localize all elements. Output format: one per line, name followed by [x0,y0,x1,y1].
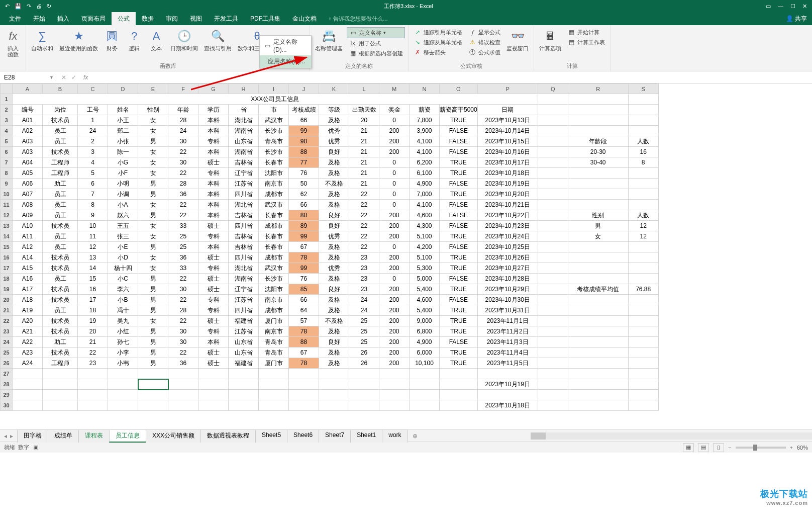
cell-O16[interactable]: TRUE [440,252,478,263]
cell-O21[interactable]: TRUE [440,305,478,316]
cell-H11[interactable]: 湖北省 [229,200,259,210]
cell-N6[interactable]: 4,100 [410,147,440,157]
cell-P10[interactable]: 2023年10月20日 [477,189,538,200]
cell-P15[interactable]: 2023年10月25日 [477,242,538,252]
cell-L14[interactable]: 22 [349,231,379,242]
cell-G23[interactable]: 专科 [198,326,229,337]
cell-O6[interactable]: FALSE [440,147,478,157]
lookup-button[interactable]: 🔍查找与引用 [202,27,234,52]
row-header-24[interactable]: 24 [1,337,13,348]
define-name-button[interactable]: ▭定义名称 ▾ [347,27,405,38]
cell-P25[interactable]: 2023年11月4日 [477,348,538,358]
cell-O11[interactable]: FALSE [440,200,478,210]
cell-P13[interactable]: 2023年10月23日 [477,221,538,231]
cell-H28[interactable] [229,379,259,390]
cell-H30[interactable] [229,400,259,411]
cell-P22[interactable]: 2023年11月1日 [477,316,538,326]
autosum-button[interactable]: ∑自动求和 [29,27,55,52]
cell-E24[interactable]: 男 [138,337,168,348]
cell-Q4[interactable] [538,126,568,136]
cell-B4[interactable]: 员工 [43,126,78,136]
cell-H10[interactable]: 四川省 [229,189,259,200]
cell-K10[interactable]: 及格 [319,189,349,200]
cell-H27[interactable] [229,369,259,379]
cell-C16[interactable]: 13 [78,252,108,263]
cell-R13[interactable]: 男 [568,221,628,231]
cell-O23[interactable]: TRUE [440,326,478,337]
cell-G20[interactable]: 专科 [198,295,229,305]
cell-B22[interactable]: 技术员 [43,316,78,326]
row-header-20[interactable]: 20 [1,295,13,305]
cell-O9[interactable]: FALSE [440,179,478,189]
cell-F22[interactable]: 22 [168,316,198,326]
cell-S7[interactable]: 8 [628,157,658,168]
cell-M29[interactable] [379,390,410,400]
cell-L12[interactable]: 22 [349,210,379,221]
cell-B8[interactable]: 工程师 [43,168,78,179]
cell-L25[interactable]: 26 [349,348,379,358]
ribbon-options-icon[interactable]: ▭ [766,3,771,10]
cell-M15[interactable]: 0 [379,242,410,252]
cell-D14[interactable]: 张三 [108,231,138,242]
cell-O14[interactable]: TRUE [440,231,478,242]
cell-G7[interactable]: 硕士 [198,157,229,168]
cell-G9[interactable]: 本科 [198,179,229,189]
cell-A25[interactable]: A23 [13,348,43,358]
cell-N21[interactable]: 5,400 [410,305,440,316]
cell-B18[interactable]: 员工 [43,274,78,284]
cell-C11[interactable]: 8 [78,200,108,210]
cell-P30[interactable]: 2023年10月18日 [477,400,538,411]
cell-L20[interactable]: 24 [349,295,379,305]
cell-A7[interactable]: A04 [13,157,43,168]
cell-Q16[interactable] [538,252,568,263]
fx-label[interactable]: fx [83,74,88,81]
cell-J29[interactable] [289,390,319,400]
cell-G26[interactable]: 硕士 [198,358,229,369]
cell-N17[interactable]: 5,300 [410,263,440,274]
cell-E11[interactable]: 女 [138,200,168,210]
cell-L13[interactable]: 22 [349,221,379,231]
cell-J9[interactable]: 50 [289,179,319,189]
cell-P16[interactable]: 2023年10月26日 [477,252,538,263]
cell-O12[interactable]: FALSE [440,210,478,221]
cell-H23[interactable]: 江苏省 [229,326,259,337]
sheet-tab-田字格[interactable]: 田字格 [17,429,48,443]
cell-I12[interactable]: 长春市 [259,210,289,221]
zoom-in-button[interactable]: + [790,445,793,451]
cell-R15[interactable] [568,242,628,252]
text-button[interactable]: A文本 [146,27,166,52]
remove-arrows-button[interactable]: ✗移去箭头 [412,47,464,57]
cell-F7[interactable]: 30 [168,157,198,168]
view-normal-button[interactable]: ▦ [683,443,694,452]
cell-C26[interactable]: 23 [78,358,108,369]
cell-F8[interactable]: 22 [168,168,198,179]
cell-I6[interactable]: 长沙市 [259,147,289,157]
cell-Q3[interactable] [538,115,568,126]
cell-R3[interactable] [568,115,628,126]
cell-A13[interactable]: A10 [13,221,43,231]
cell-H7[interactable]: 吉林省 [229,157,259,168]
cell-A5[interactable]: A03 [13,136,43,147]
cell-K20[interactable]: 及格 [319,295,349,305]
cell-O19[interactable]: TRUE [440,284,478,295]
cell-P3[interactable]: 2023年10月13日 [477,115,538,126]
cell-K6[interactable]: 良好 [319,147,349,157]
cell-A20[interactable]: A18 [13,295,43,305]
share-button[interactable]: 👤 共享 [786,15,807,23]
cell-N16[interactable]: 5,100 [410,252,440,263]
cell-I15[interactable]: 长春市 [259,242,289,252]
cell-L5[interactable]: 21 [349,136,379,147]
cell-Q24[interactable] [538,337,568,348]
tab-插入[interactable]: 插入 [51,12,75,26]
cell-M21[interactable]: 200 [379,305,410,316]
cell-A14[interactable]: A11 [13,231,43,242]
col-header-K[interactable]: K [319,84,349,94]
cell-A24[interactable]: A22 [13,337,43,348]
cell-S17[interactable] [628,263,658,274]
cell-J17[interactable]: 99 [289,263,319,274]
cell-Q28[interactable] [538,379,568,390]
cell-B9[interactable]: 助工 [43,179,78,189]
row-header-18[interactable]: 18 [1,274,13,284]
cell-E25[interactable]: 男 [138,348,168,358]
cell-J10[interactable]: 62 [289,189,319,200]
